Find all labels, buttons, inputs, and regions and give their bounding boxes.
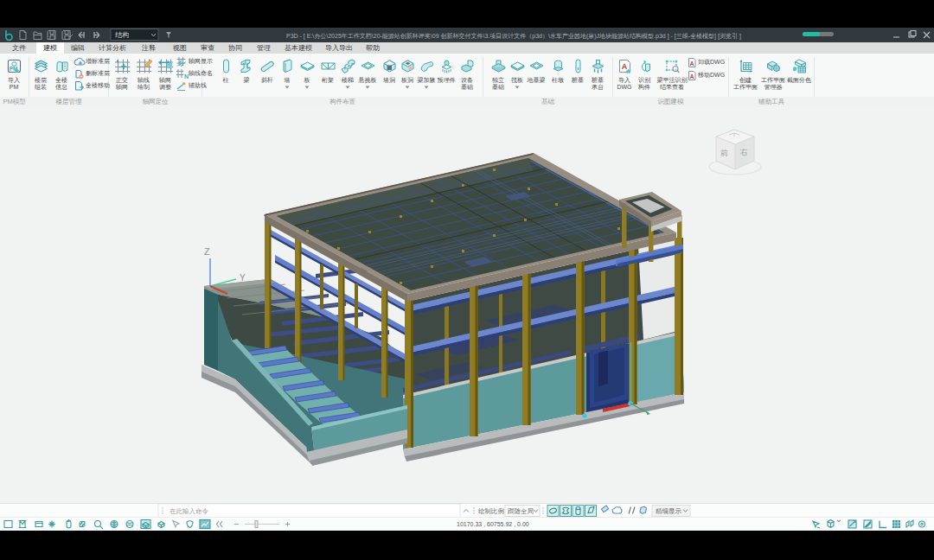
svg-text:筏板: 筏板 bbox=[511, 77, 523, 83]
svg-text:工作平面: 工作平面 bbox=[733, 84, 758, 91]
svg-text:楼层: 楼层 bbox=[35, 77, 47, 84]
svg-text:增标准层: 增标准层 bbox=[85, 58, 110, 65]
svg-text:全楼: 全楼 bbox=[55, 77, 67, 84]
svg-text:前: 前 bbox=[720, 149, 728, 157]
svg-text:基础: 基础 bbox=[492, 84, 504, 90]
svg-text:Y: Y bbox=[240, 273, 246, 283]
svg-text:导入: 导入 bbox=[8, 77, 20, 84]
svg-text:正交: 正交 bbox=[116, 77, 128, 83]
svg-text:梁: 梁 bbox=[244, 76, 250, 83]
svg-text:板洞: 板洞 bbox=[400, 77, 413, 84]
svg-text:承台: 承台 bbox=[592, 84, 604, 91]
svg-text:基础: 基础 bbox=[461, 84, 473, 90]
svg-text:识别: 识别 bbox=[638, 77, 650, 84]
svg-text:独立: 独立 bbox=[492, 77, 504, 83]
svg-text:Z: Z bbox=[204, 246, 210, 257]
svg-text:跟随全局: 跟随全局 bbox=[508, 507, 534, 515]
svg-text:结构: 结构 bbox=[115, 31, 129, 39]
svg-text:全楼移动: 全楼移动 bbox=[86, 82, 110, 89]
svg-text:结果查看: 结果查看 bbox=[660, 84, 684, 91]
svg-text:绘制比例: 绘制比例 bbox=[478, 507, 504, 515]
svg-text:柱墩: 柱墩 bbox=[552, 77, 564, 84]
svg-text:轴网: 轴网 bbox=[115, 84, 128, 91]
svg-text:调整: 调整 bbox=[159, 84, 171, 91]
svg-text:轴网: 轴网 bbox=[158, 77, 171, 84]
svg-text:绘制: 绘制 bbox=[138, 84, 150, 91]
svg-text:地基梁: 地基梁 bbox=[527, 76, 546, 83]
svg-text:楼梯: 楼梯 bbox=[342, 77, 354, 84]
svg-text:预埋件: 预埋件 bbox=[438, 77, 456, 84]
svg-text:墙: 墙 bbox=[284, 77, 291, 83]
svg-text:桩基: 桩基 bbox=[571, 76, 584, 83]
svg-text:梁加腋: 梁加腋 bbox=[418, 76, 436, 84]
svg-text:右: 右 bbox=[739, 148, 748, 156]
svg-text:构件: 构件 bbox=[637, 84, 650, 91]
svg-text:创建: 创建 bbox=[739, 77, 752, 84]
svg-text:信息: 信息 bbox=[55, 84, 67, 91]
svg-text:组装: 组装 bbox=[35, 84, 47, 90]
svg-text:删标准层: 删标准层 bbox=[86, 70, 110, 77]
svg-text:10170.33 , 60755.92 , 0.00: 10170.33 , 60755.92 , 0.00 bbox=[457, 521, 529, 527]
svg-text:墙洞: 墙洞 bbox=[382, 77, 395, 84]
svg-text:卸载DWG: 卸载DWG bbox=[698, 59, 725, 65]
svg-text:轴线命名: 轴线命名 bbox=[188, 70, 213, 77]
svg-text:板: 板 bbox=[304, 77, 310, 83]
svg-text:桩基: 桩基 bbox=[591, 76, 604, 83]
svg-text:PM: PM bbox=[10, 84, 19, 90]
svg-text:精细显示: 精细显示 bbox=[655, 507, 682, 515]
svg-text:轴网显示: 轴网显示 bbox=[188, 58, 213, 65]
svg-text:悬挑板: 悬挑板 bbox=[358, 77, 377, 84]
svg-text:管理器: 管理器 bbox=[764, 84, 783, 91]
svg-text:设备: 设备 bbox=[461, 77, 473, 84]
svg-text:斜杆: 斜杆 bbox=[261, 77, 273, 84]
svg-text:DWG: DWG bbox=[617, 84, 631, 90]
svg-text:移动DWG: 移动DWG bbox=[698, 72, 725, 79]
svg-text:轴线: 轴线 bbox=[137, 77, 150, 84]
svg-text:梁平法识别: 梁平法识别 bbox=[657, 76, 688, 84]
svg-text:桁架: 桁架 bbox=[322, 77, 334, 83]
svg-text:导入: 导入 bbox=[618, 77, 630, 84]
svg-text:柱: 柱 bbox=[223, 77, 229, 83]
svg-text:辅助线: 辅助线 bbox=[189, 82, 207, 89]
svg-text:在此输入命令: 在此输入命令 bbox=[170, 507, 209, 515]
svg-text:截面分色: 截面分色 bbox=[787, 77, 811, 84]
svg-text:工作平面: 工作平面 bbox=[761, 77, 785, 84]
